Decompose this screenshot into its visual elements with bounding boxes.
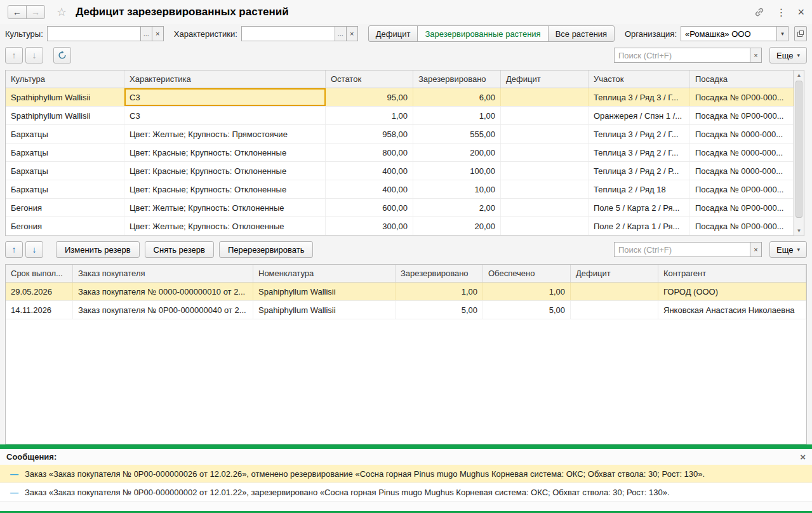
table-cell[interactable]: Цвет: Красные; Крупность: Отклоненные	[124, 180, 326, 198]
column-header[interactable]: Зарезервировано	[396, 265, 483, 282]
table-cell[interactable]: Теплица 3 / Ряд 3 / Г...	[589, 88, 690, 106]
table-cell[interactable]: Теплица 3 / Ряд 2 / Р...	[589, 162, 690, 180]
table-cell[interactable]: Бархатцы	[6, 162, 124, 180]
change-reserve-button[interactable]: Изменить резерв	[56, 241, 140, 258]
view-button-reserved[interactable]: Зарезервированные растения	[417, 25, 548, 42]
link-icon[interactable]	[754, 7, 764, 17]
table-cell[interactable]	[501, 180, 589, 198]
table-cell[interactable]: Посадка № 0000-000...	[690, 162, 794, 180]
characteristics-ellipsis-button[interactable]: ...	[335, 26, 347, 41]
table-cell[interactable]: Цвет: Желтые; Крупность: Отклоненные	[124, 217, 326, 235]
plants-table-row[interactable]: Бархатцы Цвет: Красные; Крупность: Откло…	[6, 180, 794, 199]
column-header[interactable]: Обеспечено	[483, 265, 571, 282]
table-cell[interactable]: Оранжерея / Спэн 1 /...	[589, 107, 690, 124]
table-cell[interactable]: 100,00	[413, 162, 501, 180]
move-down-button[interactable]: ↓	[25, 47, 43, 63]
table-cell[interactable]: Spahiphyllum Wallisii	[253, 301, 396, 319]
table-cell[interactable]: Посадка № 0P00-000...	[690, 107, 794, 124]
plants-table-row[interactable]: Бархатцы Цвет: Красные; Крупность: Откло…	[6, 143, 794, 162]
table-cell[interactable]	[571, 301, 658, 319]
table-cell[interactable]: Посадка № 0000-000...	[690, 143, 794, 161]
table-cell[interactable]: 300,00	[326, 217, 413, 235]
organization-open-button[interactable]	[794, 26, 807, 41]
table-cell[interactable]: Spahiphyllum Wallisii	[253, 283, 396, 300]
table-cell[interactable]: Посадка № 0P00-000...	[690, 199, 794, 217]
table-cell[interactable]: 400,00	[326, 180, 413, 198]
characteristics-clear-button[interactable]: ×	[346, 26, 358, 41]
table-cell[interactable]: 958,00	[326, 125, 413, 143]
scrollbar-thumb[interactable]	[795, 81, 802, 218]
table-cell[interactable]: Бархатцы	[6, 143, 124, 161]
table-cell[interactable]: 5,00	[483, 301, 571, 319]
characteristics-input[interactable]	[241, 26, 335, 41]
cultures-input[interactable]	[47, 26, 141, 41]
table-cell[interactable]: C3	[124, 107, 326, 124]
column-header[interactable]: Зарезервировано	[413, 70, 501, 88]
column-header[interactable]: Остаток	[326, 70, 413, 88]
organization-dropdown-button[interactable]: ▾	[776, 26, 789, 41]
back-button[interactable]: ←	[8, 5, 27, 19]
table-cell[interactable]: Теплица 2 / Ряд 18	[589, 180, 690, 198]
table-cell[interactable]: Посадка № 0P00-000...	[690, 180, 794, 198]
table-cell[interactable]: 1,00	[396, 283, 483, 300]
orders-search-clear-button[interactable]: ×	[750, 242, 762, 257]
plants-table-row[interactable]: Бархатцы Цвет: Красные; Крупность: Откло…	[6, 162, 794, 180]
table-cell[interactable]: Цвет: Желтые; Крупность: Прямостоячие	[124, 125, 326, 143]
favorite-star-icon[interactable]: ☆	[57, 5, 67, 19]
orders-move-up-button[interactable]: ↑	[5, 241, 23, 258]
refresh-button[interactable]	[53, 47, 71, 63]
table-cell[interactable]: Янковская Анастасия Николаевна	[658, 301, 806, 319]
column-header[interactable]: Дефицит	[571, 265, 658, 282]
table-cell[interactable]: 400,00	[326, 162, 413, 180]
message-item[interactable]: — Заказ «Заказ покупателя № 0P00-0000000…	[0, 483, 812, 502]
view-button-all[interactable]: Все растения	[548, 25, 615, 42]
table-cell[interactable]: Посадка № 0P00-000...	[690, 217, 794, 235]
plants-table-row[interactable]: Spathiphyllum Wallisii C3 1,00 1,00 Оран…	[6, 107, 794, 125]
table-cell[interactable]: 5,00	[396, 301, 483, 319]
table-cell[interactable]: 1,00	[326, 107, 413, 124]
table-cell[interactable]: Цвет: Красные; Крупность: Отклоненные	[124, 143, 326, 161]
remove-reserve-button[interactable]: Снять резерв	[145, 241, 214, 258]
column-header[interactable]: Номенклатура	[253, 265, 396, 282]
scroll-up-icon[interactable]: ▲	[794, 70, 804, 80]
table-cell[interactable]	[501, 107, 589, 124]
table-cell[interactable]	[501, 199, 589, 217]
table-cell[interactable]: Поле 2 / Карта 1 / Ря...	[589, 217, 690, 235]
table-cell[interactable]: Теплица 3 / Ряд 2 / Г...	[589, 143, 690, 161]
table-cell[interactable]	[501, 162, 589, 180]
table-cell[interactable]: Бегония	[6, 199, 124, 217]
cultures-ellipsis-button[interactable]: ...	[140, 26, 152, 41]
plants-table-row[interactable]: Spathiphyllum Wallisii C3 95,00 6,00 Теп…	[6, 88, 794, 107]
plants-table-scrollbar[interactable]: ▲ ▼	[794, 70, 804, 236]
column-header[interactable]: Участок	[589, 70, 690, 88]
table-cell[interactable]: 6,00	[413, 88, 501, 106]
plants-search-input[interactable]	[614, 48, 750, 63]
table-cell[interactable]: 600,00	[326, 199, 413, 217]
table-cell-active[interactable]: C3	[124, 88, 326, 106]
table-cell[interactable]: Цвет: Красные; Крупность: Отклоненные	[124, 162, 326, 180]
table-cell[interactable]: Поле 5 / Карта 2 / Ря...	[589, 199, 690, 217]
view-button-deficit[interactable]: Дефицит	[368, 25, 418, 42]
table-cell[interactable]: 200,00	[413, 143, 501, 161]
plants-table-row[interactable]: Бегония Цвет: Желтые; Крупность: Отклоне…	[6, 217, 794, 236]
table-cell[interactable]: 10,00	[413, 180, 501, 198]
table-cell[interactable]: 95,00	[326, 88, 413, 106]
table-cell[interactable]: 14.11.2026	[6, 301, 73, 319]
orders-table-row[interactable]: 14.11.2026 Заказ покупателя № 0P00-00000…	[6, 301, 806, 319]
plants-table-row[interactable]: Бархатцы Цвет: Желтые; Крупность: Прямос…	[6, 125, 794, 143]
table-cell[interactable]: Посадка № 0000-000...	[690, 125, 794, 143]
table-cell[interactable]: 800,00	[326, 143, 413, 161]
table-cell[interactable]	[501, 217, 589, 235]
plants-search-clear-button[interactable]: ×	[750, 48, 762, 63]
table-cell[interactable]	[501, 125, 589, 143]
table-cell[interactable]	[571, 283, 658, 300]
table-cell[interactable]: Цвет: Желтые; Крупность: Отклоненные	[124, 199, 326, 217]
rereserve-button[interactable]: Перерезервировать	[219, 241, 314, 258]
column-header[interactable]: Контрагент	[658, 265, 806, 282]
column-header[interactable]: Заказ покупателя	[73, 265, 253, 282]
table-cell[interactable]: 29.05.2026	[6, 283, 73, 300]
table-cell[interactable]: Бегония	[6, 217, 124, 235]
message-item[interactable]: — Заказ «Заказ покупателя № 0P00-0000000…	[0, 465, 812, 483]
table-cell[interactable]: Spathiphyllum Wallisii	[6, 88, 124, 106]
forward-button[interactable]: →	[26, 5, 45, 19]
